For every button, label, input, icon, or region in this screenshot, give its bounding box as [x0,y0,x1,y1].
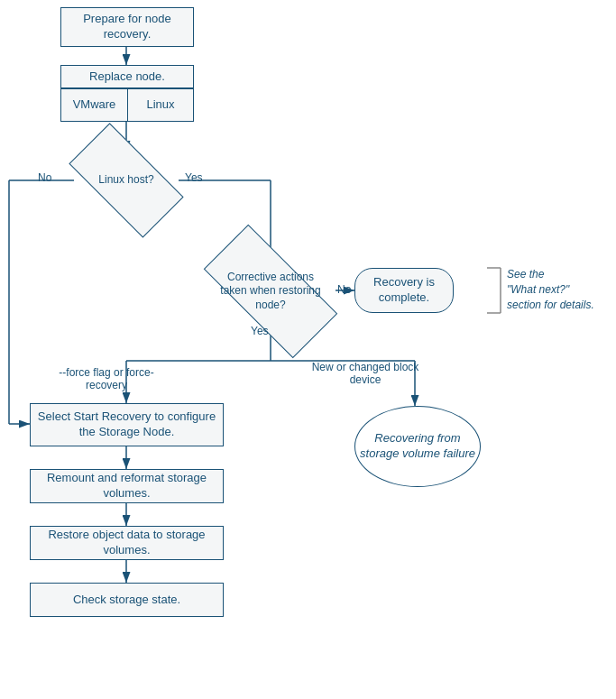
yes-label-2: Yes [251,325,269,337]
no-label-1: No [38,171,51,184]
replace-box: Replace node. [60,65,194,88]
corrective-diamond: Corrective actions taken when restoring … [207,260,334,323]
vmware-box: VMware [60,88,127,122]
select-start-box: Select Start Recovery to configure the S… [30,403,224,446]
force-flag-label: --force flag or force-recovery [52,366,161,391]
remount-box: Remount and reformat storage volumes. [30,469,224,503]
no-label-2: No [337,283,351,296]
recovering-oval: Recovering from storage volume failure [354,406,481,487]
recovery-complete-box: Recovery is complete. [354,268,454,313]
check-storage-box: Check storage state. [30,583,224,617]
linux-host-diamond: Linux host? [74,152,179,209]
linux-box: Linux [127,88,194,122]
restore-box: Restore object data to storage volumes. [30,526,224,560]
flowchart-diagram: Prepare for node recovery. Replace node.… [0,0,616,699]
new-or-label: New or changed block device [311,361,419,386]
prepare-box: Prepare for node recovery. [60,7,194,47]
yes-label-1: Yes [185,171,203,184]
what-next-note: See the"What next?"section for details. [507,267,606,312]
